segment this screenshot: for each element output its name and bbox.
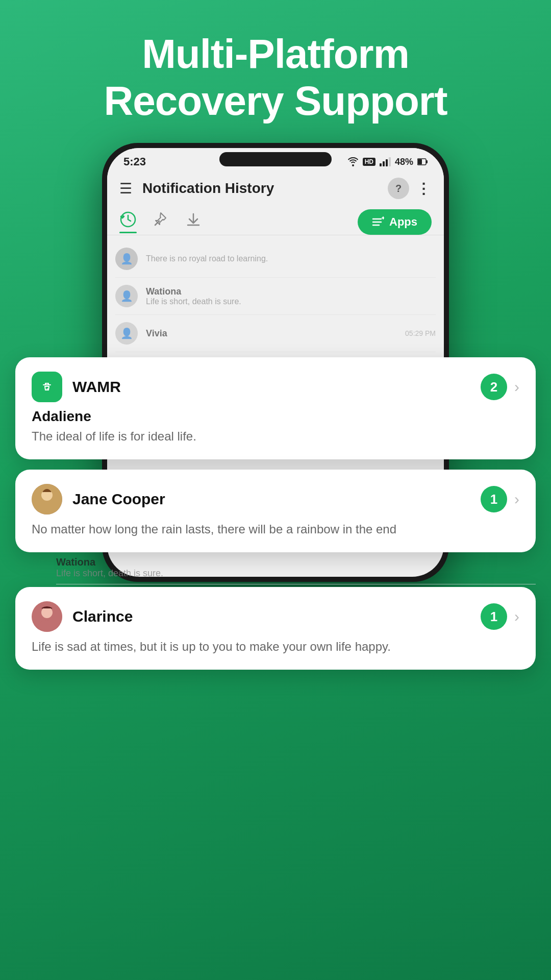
clarince-avatar-img <box>32 601 62 632</box>
notification-card-clarince[interactable]: Clarince 1 › Life is sad at times, but i… <box>15 587 536 670</box>
signal-icon <box>380 157 391 166</box>
history-icon <box>119 211 137 228</box>
tab-download[interactable] <box>185 211 202 233</box>
svg-point-19 <box>41 607 53 618</box>
phone-list-text-2: Wationa Life is short, death is sure. <box>146 286 436 306</box>
svg-rect-2 <box>386 159 388 166</box>
phone-list-msg: There is no royal road to learning. <box>146 254 436 263</box>
phone-list-avatar-3: 👤 <box>115 322 138 345</box>
phone-bottom-name-wationa: Wationa <box>56 556 536 568</box>
apps-list-icon <box>372 216 384 228</box>
apps-button[interactable]: Apps <box>358 209 432 235</box>
phone-inner-list: 👤 There is no royal road to learning. 👤 … <box>107 235 444 357</box>
phone-bottom-wationa: Wationa Life is short, death is sure. <box>56 551 536 584</box>
more-options-icon[interactable]: ⋮ <box>416 180 432 197</box>
battery-text: 48% <box>395 157 413 167</box>
phone-list-text-vivia: Vivia <box>146 328 405 339</box>
wamr-app-icon <box>32 372 62 402</box>
phone-list-msg-wationa: Life is short, death is sure. <box>146 297 436 306</box>
card-jane-avatar <box>32 484 62 514</box>
card-wamr-chevron[interactable]: › <box>514 378 519 396</box>
menu-icon[interactable]: ☰ <box>119 180 132 197</box>
card-jane-header: Jane Cooper 1 › <box>32 484 519 514</box>
card-clarince-message: Life is sad at times, but it is up to yo… <box>32 638 519 655</box>
card-wamr-message: The ideal of life is for ideal life. <box>32 428 519 445</box>
svg-rect-3 <box>389 157 391 166</box>
card-jane-name: Jane Cooper <box>72 491 165 508</box>
card-clarince-chevron[interactable]: › <box>514 608 519 625</box>
download-icon <box>185 211 202 228</box>
battery-icon <box>417 158 428 166</box>
phone-list-avatar-2: 👤 <box>115 285 138 307</box>
app-bar-icons: ? ⋮ <box>388 178 432 199</box>
card-clarince-header: Clarince 1 › <box>32 601 519 632</box>
card-wamr-header: WAMR 2 › <box>32 372 519 402</box>
phone-list-name-vivia: Vivia <box>146 328 405 339</box>
status-time: 5:23 <box>123 155 146 168</box>
hd-badge: HD <box>363 158 375 166</box>
app-bar: ☰ Notification History ? ⋮ <box>107 172 444 205</box>
phone-bottom-msg-wationa: Life is short, death is sure. <box>56 568 536 579</box>
svg-rect-6 <box>418 159 422 164</box>
hero-title: Multi-Platform Recovery Support <box>0 31 551 125</box>
apps-button-label: Apps <box>389 215 417 229</box>
card-clarince-avatar <box>32 601 62 632</box>
card-jane-count: 1 <box>481 486 507 512</box>
tab-bar: Apps <box>107 205 444 235</box>
card-clarince-name: Clarince <box>72 608 133 625</box>
svg-rect-1 <box>383 161 385 166</box>
card-clarince-count: 1 <box>481 603 507 630</box>
card-wamr-app-name: WAMR <box>72 378 121 396</box>
svg-rect-5 <box>426 160 428 163</box>
phone-list-avatar: 👤 <box>115 248 138 270</box>
tab-pinned[interactable] <box>152 211 169 233</box>
pin-icon <box>152 211 169 228</box>
phone-list-text: There is no royal road to learning. <box>146 254 436 263</box>
wamr-icon <box>38 378 56 396</box>
status-icons: HD 48% <box>347 157 428 167</box>
phone-list-name-wationa: Wationa <box>146 286 436 297</box>
phone-notch <box>219 152 332 166</box>
help-button[interactable]: ? <box>388 178 409 199</box>
card-jane-chevron[interactable]: › <box>514 491 519 508</box>
card-wamr-count: 2 <box>481 374 507 400</box>
jane-avatar-img <box>32 484 62 514</box>
phone-list-time-vivia: 05:29 PM <box>405 329 436 337</box>
wifi-icon <box>347 157 359 166</box>
notification-card-jane[interactable]: Jane Cooper 1 › No matter how long the r… <box>15 470 536 552</box>
tab-history[interactable] <box>119 211 137 233</box>
card-wamr-sender: Adaliene <box>32 408 519 425</box>
notification-card-wamr[interactable]: WAMR 2 › Adaliene The ideal of life is f… <box>15 357 536 459</box>
app-bar-title: Notification History <box>142 180 388 197</box>
svg-rect-0 <box>380 163 382 166</box>
card-jane-message: No matter how long the rain lasts, there… <box>32 521 519 538</box>
help-icon: ? <box>395 183 402 194</box>
